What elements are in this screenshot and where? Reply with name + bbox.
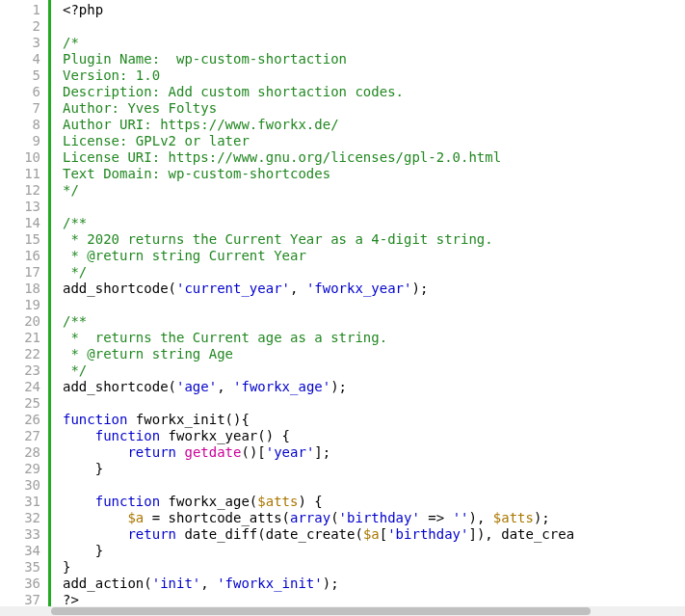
code-line: Description: Add custom shortaction code…	[63, 84, 685, 100]
code-line: /**	[63, 313, 685, 330]
code-line: }	[63, 461, 685, 477]
code-line: }	[63, 559, 685, 576]
code-line	[63, 395, 685, 412]
line-number: 2	[0, 18, 40, 35]
scrollbar-thumb[interactable]	[51, 607, 591, 615]
code-line: Author: Yves Foltys	[63, 100, 685, 117]
code-line: * @return string Age	[63, 346, 685, 362]
code-line: */	[63, 182, 685, 199]
code-line: * returns the Current age as a string.	[63, 330, 685, 346]
line-number: 36	[0, 576, 40, 592]
line-number: 25	[0, 395, 40, 412]
line-number: 1	[0, 2, 40, 18]
horizontal-scrollbar[interactable]	[0, 606, 685, 616]
line-number: 9	[0, 133, 40, 149]
line-number: 22	[0, 346, 40, 362]
code-line: function fworkx_year() {	[63, 428, 685, 444]
line-number: 20	[0, 313, 40, 330]
line-number: 24	[0, 379, 40, 395]
line-number: 4	[0, 51, 40, 67]
line-number: 32	[0, 510, 40, 526]
line-number: 26	[0, 412, 40, 428]
code-line	[63, 199, 685, 215]
code-line: function fworkx_age($atts) {	[63, 494, 685, 510]
line-number: 29	[0, 461, 40, 477]
code-line: License: GPLv2 or later	[63, 133, 685, 149]
code-line: function fworkx_init(){	[63, 412, 685, 428]
code-line: add_action('init', 'fworkx_init');	[63, 576, 685, 592]
line-number: 19	[0, 297, 40, 313]
code-line: Author URI: https://www.fworkx.de/	[63, 117, 685, 133]
line-number: 28	[0, 444, 40, 461]
code-line: $a = shortcode_atts(array('birthday' => …	[63, 510, 685, 526]
line-number: 10	[0, 149, 40, 166]
line-number: 33	[0, 526, 40, 543]
code-line: License URI: https://www.gnu.org/license…	[63, 149, 685, 166]
line-number: 23	[0, 362, 40, 379]
code-line: <?php	[63, 2, 685, 18]
code-line: Text Domain: wp-custom-shortcodes	[63, 166, 685, 182]
code-line	[63, 18, 685, 35]
code-line	[63, 477, 685, 494]
code-line: /*	[63, 35, 685, 51]
line-number: 34	[0, 543, 40, 559]
line-number-gutter: 1 2 3 4 5 6 7 8 9 10 11 12 13 14 15 16 1…	[0, 0, 48, 616]
line-number: 8	[0, 117, 40, 133]
line-number: 5	[0, 67, 40, 84]
code-line: add_shortcode('current_year', 'fworkx_ye…	[63, 281, 685, 297]
line-number: 15	[0, 231, 40, 248]
code-line: return date_diff(date_create($a['birthda…	[63, 526, 685, 543]
line-number: 16	[0, 248, 40, 264]
code-line: }	[63, 543, 685, 559]
line-number: 35	[0, 559, 40, 576]
code-line: add_shortcode('age', 'fworkx_age');	[63, 379, 685, 395]
code-editor: 1 2 3 4 5 6 7 8 9 10 11 12 13 14 15 16 1…	[0, 0, 685, 616]
line-number: 11	[0, 166, 40, 182]
line-number: 18	[0, 281, 40, 297]
code-line: */	[63, 362, 685, 379]
line-number: 30	[0, 477, 40, 494]
line-number: 31	[0, 494, 40, 510]
code-line: */	[63, 264, 685, 281]
code-line	[63, 297, 685, 313]
line-number: 12	[0, 182, 40, 199]
code-line: return getdate()['year'];	[63, 444, 685, 461]
code-line: Plugin Name: wp-custom-shortaction	[63, 51, 685, 67]
line-number: 7	[0, 100, 40, 117]
code-line: /**	[63, 215, 685, 231]
line-number: 17	[0, 264, 40, 281]
line-number: 3	[0, 35, 40, 51]
code-content[interactable]: <?php /* Plugin Name: wp-custom-shortact…	[48, 0, 685, 616]
code-line: Version: 1.0	[63, 67, 685, 84]
line-number: 14	[0, 215, 40, 231]
line-number: 27	[0, 428, 40, 444]
line-number: 13	[0, 199, 40, 215]
code-line: * @return string Current Year	[63, 248, 685, 264]
line-number: 21	[0, 330, 40, 346]
line-number: 6	[0, 84, 40, 100]
code-line: * 2020 returns the Current Year as a 4-d…	[63, 231, 685, 248]
